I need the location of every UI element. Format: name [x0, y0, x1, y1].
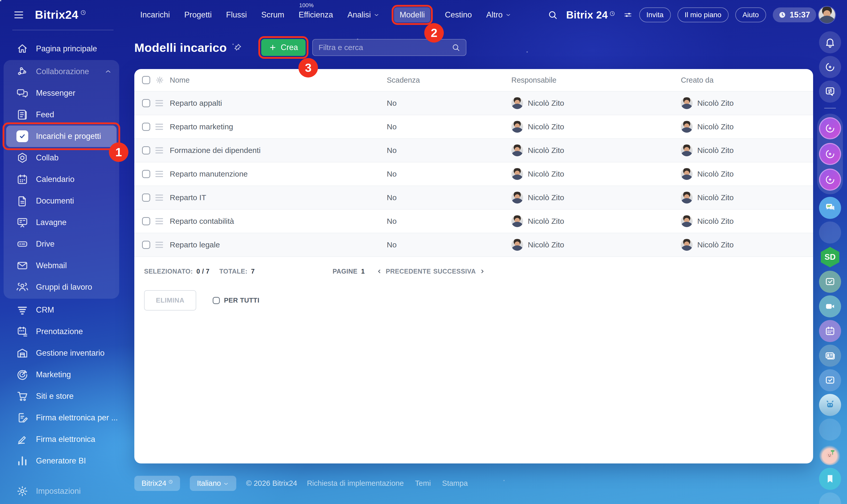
- sidebar-item-siti-e-store[interactable]: Siti e store: [4, 385, 119, 407]
- drag-handle-icon[interactable]: [155, 171, 170, 177]
- template-name[interactable]: Reparto marketing: [170, 122, 387, 131]
- crea-button[interactable]: Crea: [261, 39, 306, 56]
- nav-altro[interactable]: Altro: [486, 10, 511, 19]
- ai-bot-icon[interactable]: [819, 394, 841, 416]
- sidebar-item-collaborazione[interactable]: Collaborazione: [4, 61, 119, 83]
- select-all-checkbox[interactable]: [142, 76, 150, 84]
- sidebar-item-lavagne[interactable]: Lavagne: [4, 212, 119, 233]
- sidebar-item-calendario[interactable]: Calendario: [4, 168, 119, 190]
- responsabile-cell[interactable]: Nicolò Zito: [511, 121, 681, 133]
- bitrix24-logo[interactable]: Bitrix24: [35, 8, 86, 21]
- table-row[interactable]: Reparto marketing No Nicolò Zito Nicolò …: [134, 115, 813, 138]
- template-name[interactable]: Reparto appalti: [170, 99, 387, 108]
- sidebar-item-collab[interactable]: Collab: [4, 147, 119, 168]
- creato-da-cell[interactable]: Nicolò Zito: [681, 215, 813, 227]
- row-checkbox[interactable]: [142, 146, 150, 155]
- nav-incarichi[interactable]: Incarichi: [140, 10, 170, 19]
- responsabile-cell[interactable]: Nicolò Zito: [511, 192, 681, 203]
- footer-link-implementazione[interactable]: Richiesta di implementazione: [307, 479, 404, 488]
- avatar-photo-1[interactable]: [819, 221, 841, 244]
- messenger-chat-icon[interactable]: [819, 197, 841, 219]
- sidebar-item-webmail[interactable]: Webmail: [4, 255, 119, 276]
- search-input[interactable]: [318, 43, 451, 52]
- footer-link-temi[interactable]: Temi: [415, 479, 431, 488]
- row-checkbox[interactable]: [142, 241, 150, 249]
- table-row[interactable]: Reparto IT No Nicolò Zito Nicolò Zito: [134, 185, 813, 209]
- table-row[interactable]: Reparto legale No Nicolò Zito Nicolò Zit…: [134, 233, 813, 256]
- copilot-1-icon[interactable]: [819, 117, 841, 139]
- next-page-button[interactable]: SUCCESSIVA: [433, 268, 485, 275]
- nav-cestino[interactable]: Cestino: [445, 10, 472, 19]
- column-creato-da[interactable]: Creato da: [681, 76, 813, 85]
- previous-page-button[interactable]: PRECEDENTE: [377, 268, 431, 275]
- sidebar-item-documenti[interactable]: Documenti: [4, 190, 119, 212]
- responsabile-cell[interactable]: Nicolò Zito: [511, 168, 681, 180]
- bitrix24-topbar-logo[interactable]: Bitrix 24: [566, 9, 615, 21]
- options-sliders-icon[interactable]: [623, 10, 633, 19]
- avatar-photo-2[interactable]: [819, 418, 841, 440]
- sidebar-item-generatore-bi[interactable]: Generatore BI: [4, 450, 119, 472]
- creato-da-cell[interactable]: Nicolò Zito: [681, 168, 813, 180]
- nav-scrum[interactable]: Scrum: [261, 10, 284, 19]
- column-nome[interactable]: Nome: [170, 76, 387, 85]
- template-name[interactable]: Reparto manutenzione: [170, 169, 387, 178]
- sidebar-item-messenger[interactable]: Messenger: [4, 83, 119, 104]
- elimina-button[interactable]: ELIMINA: [144, 290, 196, 310]
- creato-da-cell[interactable]: Nicolò Zito: [681, 239, 813, 251]
- notifications-bell-icon[interactable]: [819, 31, 841, 53]
- table-row[interactable]: Reparto contabilità No Nicolò Zito Nicol…: [134, 209, 813, 233]
- tasks-check-icon-2[interactable]: [819, 369, 841, 391]
- copilot-ring-icon[interactable]: [819, 56, 841, 78]
- search-icon[interactable]: [548, 10, 558, 20]
- row-checkbox[interactable]: [142, 170, 150, 178]
- nav-progetti[interactable]: Progetti: [184, 10, 212, 19]
- creato-da-cell[interactable]: Nicolò Zito: [681, 97, 813, 109]
- sidebar-item-prenotazione[interactable]: Prenotazione: [4, 321, 119, 342]
- contact-card-icon[interactable]: [819, 345, 841, 367]
- footer-bitrix24-logo[interactable]: Bitrix24: [134, 476, 180, 491]
- sidebar-item-impostazioni[interactable]: Impostazioni: [4, 480, 119, 502]
- language-selector[interactable]: Italiano: [190, 476, 237, 491]
- row-checkbox[interactable]: [142, 123, 150, 131]
- row-checkbox[interactable]: [142, 99, 150, 107]
- calendar-icon[interactable]: [819, 320, 841, 342]
- per-tutti-checkbox[interactable]: [213, 297, 220, 304]
- column-responsabile[interactable]: Responsabile: [511, 76, 681, 85]
- creato-da-cell[interactable]: Nicolò Zito: [681, 121, 813, 133]
- sd-badge[interactable]: SD: [819, 246, 841, 268]
- user-avatar[interactable]: [819, 7, 835, 23]
- sidebar-item-incarichi-e-progetti[interactable]: Incarichi e progetti: [6, 125, 117, 147]
- drag-handle-icon[interactable]: [155, 218, 170, 224]
- search-icon[interactable]: [451, 43, 460, 52]
- drag-handle-icon[interactable]: [155, 242, 170, 248]
- sidebar-item-pagina-principale[interactable]: Pagina principale: [4, 38, 119, 59]
- aiuto-button[interactable]: Aiuto: [735, 7, 766, 22]
- bookmarks-icon[interactable]: [819, 468, 841, 490]
- template-name[interactable]: Reparto IT: [170, 193, 387, 202]
- sidebar-item-firma-elettronica-per[interactable]: Firma elettronica per ...: [4, 407, 119, 429]
- drag-handle-icon[interactable]: [155, 147, 170, 154]
- row-checkbox[interactable]: [142, 194, 150, 202]
- per-tutti-toggle[interactable]: PER TUTTI: [213, 296, 259, 304]
- nav-flussi[interactable]: Flussi: [226, 10, 247, 19]
- column-scadenza[interactable]: Scadenza: [387, 76, 511, 85]
- sidebar-item-firma-elettronica[interactable]: Firma elettronica: [4, 429, 119, 450]
- drag-handle-icon[interactable]: [155, 195, 170, 201]
- row-checkbox[interactable]: [142, 217, 150, 225]
- footer-link-stampa[interactable]: Stampa: [442, 479, 468, 488]
- table-row[interactable]: Formazione dei dipendenti No Nicolò Zito…: [134, 138, 813, 162]
- template-name[interactable]: Reparto legale: [170, 240, 387, 249]
- table-settings-gear-icon[interactable]: [155, 76, 164, 85]
- table-row[interactable]: Reparto manutenzione No Nicolò Zito Nico…: [134, 162, 813, 185]
- sidebar-item-crm[interactable]: CRM: [4, 299, 119, 321]
- drag-handle-icon[interactable]: [155, 124, 170, 130]
- table-row[interactable]: Reparto appalti No Nicolò Zito Nicolò Zi…: [134, 91, 813, 115]
- responsabile-cell[interactable]: Nicolò Zito: [511, 144, 681, 156]
- work-timer[interactable]: 15:37: [773, 7, 816, 22]
- sidebar-item-gruppi-di-lavoro[interactable]: Gruppi di lavoro: [4, 276, 119, 298]
- sidebar-item-marketing[interactable]: Marketing: [4, 364, 119, 385]
- nav-modelli[interactable]: Modelli: [394, 7, 430, 22]
- nav-efficienza[interactable]: 100% Efficienza: [299, 10, 333, 19]
- sidebar-item-drive[interactable]: Drive: [4, 233, 119, 255]
- responsabile-cell[interactable]: Nicolò Zito: [511, 215, 681, 227]
